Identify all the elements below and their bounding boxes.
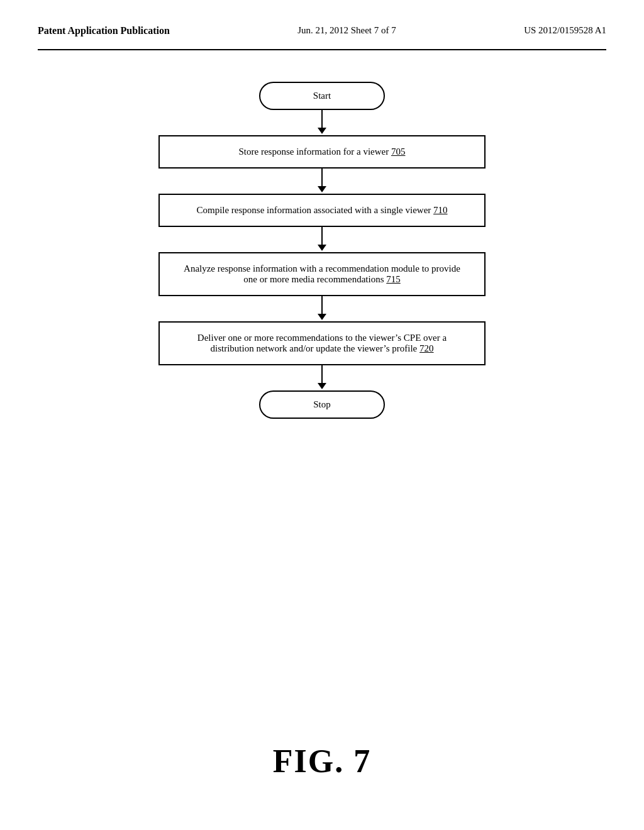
stop-label: Stop <box>313 399 331 409</box>
arrow-line-4 <box>321 296 323 314</box>
step-2-box: Compile response information associated … <box>158 194 486 227</box>
step-1-box: Store response information for a viewer … <box>158 135 486 169</box>
flowchart: Start Store response information for a v… <box>38 82 606 431</box>
arrow-line-3 <box>321 227 323 245</box>
header-center-label: Jun. 21, 2012 Sheet 7 of 7 <box>297 25 396 36</box>
step-1-ref: 705 <box>391 147 406 157</box>
step-3-box: Analyze response information with a reco… <box>158 252 486 296</box>
step-2-text: Compile response information associated … <box>196 205 447 215</box>
figure-label: FIG. 7 <box>273 743 371 780</box>
header-right-label: US 2012/0159528 A1 <box>524 25 606 36</box>
start-shape: Start <box>259 82 385 110</box>
page: Patent Application Publication Jun. 21, … <box>0 0 644 830</box>
arrow-head-5 <box>318 383 326 389</box>
step-3-ref: 715 <box>386 274 401 284</box>
step-4-box: Deliver one or more recommendations to t… <box>158 321 486 365</box>
step-4-ref: 720 <box>419 343 434 353</box>
arrow-head-2 <box>318 186 326 192</box>
arrow-4 <box>318 296 326 321</box>
arrow-head-1 <box>318 128 326 134</box>
step-3-text: Analyze response information with a reco… <box>184 263 460 284</box>
arrow-head-4 <box>318 314 326 320</box>
arrow-line-1 <box>321 110 323 128</box>
arrow-2 <box>318 169 326 194</box>
header: Patent Application Publication Jun. 21, … <box>38 25 606 50</box>
arrow-line-2 <box>321 169 323 186</box>
step-1-text: Store response information for a viewer … <box>239 147 406 157</box>
stop-shape: Stop <box>259 390 385 419</box>
arrow-5 <box>318 365 326 390</box>
start-label: Start <box>313 91 331 101</box>
arrow-3 <box>318 227 326 252</box>
step-2-ref: 710 <box>433 205 448 215</box>
arrow-head-3 <box>318 245 326 251</box>
arrow-line-5 <box>321 365 323 383</box>
header-left-label: Patent Application Publication <box>38 25 170 36</box>
step-4-text: Deliver one or more recommendations to t… <box>197 333 447 353</box>
arrow-1 <box>318 110 326 135</box>
